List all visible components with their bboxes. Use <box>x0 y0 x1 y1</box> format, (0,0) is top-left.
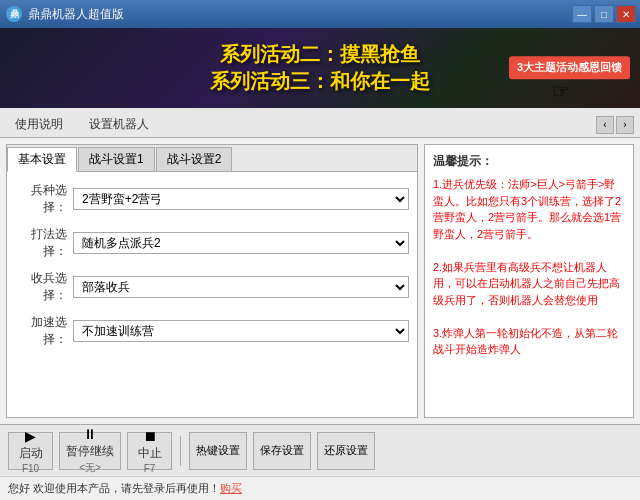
select-speed[interactable]: 不加速训练营 <box>73 320 409 342</box>
banner: 系列活动二：摸黑抢鱼 系列活动三：和你在一起 3大主题活动感恩回馈 ☞ <box>0 28 640 108</box>
select-collect[interactable]: 部落收兵 <box>73 276 409 298</box>
title-bar: 鼎 鼎鼎机器人超值版 — □ ✕ <box>0 0 640 28</box>
top-tabs-bar: 使用说明 设置机器人 ‹ › <box>0 108 640 138</box>
form-row-speed: 加速选择： 不加速训练营 <box>15 314 409 348</box>
subtab-battle2[interactable]: 战斗设置2 <box>156 147 233 171</box>
save-button[interactable]: 保存设置 <box>253 432 311 470</box>
close-button[interactable]: ✕ <box>616 5 636 23</box>
stop-button[interactable]: ⏹ 中止 F7 <box>127 432 172 470</box>
subtab-basic[interactable]: 基本设置 <box>7 147 77 172</box>
content-area: 基本设置 战斗设置1 战斗设置2 兵种选择： 2营野蛮+2营弓 打法选择： <box>0 138 640 424</box>
buy-link[interactable]: 购买 <box>220 481 242 496</box>
subtab-battle1[interactable]: 战斗设置1 <box>78 147 155 171</box>
tab-usage[interactable]: 使用说明 <box>6 112 72 137</box>
toolbar-separator <box>180 436 181 466</box>
maximize-button[interactable]: □ <box>594 5 614 23</box>
bottom-toolbar: ▶ 启动 F10 ⏸ 暂停继续 <无> ⏹ 中止 F7 热键设置 保存设置 还原… <box>0 424 640 476</box>
nav-left-button[interactable]: ‹ <box>596 116 614 134</box>
status-text: 您好 欢迎使用本产品，请先登录后再使用！ <box>8 481 220 496</box>
start-button[interactable]: ▶ 启动 F10 <box>8 432 53 470</box>
play-icon: ▶ <box>25 428 36 444</box>
stop-icon: ⏹ <box>143 428 157 444</box>
form-row-troops: 兵种选择： 2营野蛮+2营弓 <box>15 182 409 216</box>
nav-right-button[interactable]: › <box>616 116 634 134</box>
title-bar-left: 鼎 鼎鼎机器人超值版 <box>6 6 124 23</box>
hint-title: 温馨提示： <box>433 153 625 170</box>
title-controls: — □ ✕ <box>572 5 636 23</box>
cursor-icon: ☞ <box>552 79 570 103</box>
left-panel: 基本设置 战斗设置1 战斗设置2 兵种选择： 2营野蛮+2营弓 打法选择： <box>6 144 418 418</box>
form-row-tactic: 打法选择： 随机多点派兵2 <box>15 226 409 260</box>
status-bar: 您好 欢迎使用本产品，请先登录后再使用！ 购买 <box>0 476 640 500</box>
banner-line2: 系列活动三：和你在一起 <box>210 68 430 95</box>
right-panel: 温馨提示： 1.进兵优先级：法师>巨人>弓箭手>野蛮人。比如您只有3个训练营，选… <box>424 144 634 418</box>
banner-line1: 系列活动二：摸黑抢鱼 <box>220 41 420 68</box>
tab-settings[interactable]: 设置机器人 <box>80 112 158 137</box>
label-collect: 收兵选择： <box>15 270 67 304</box>
form-row-collect: 收兵选择： 部落收兵 <box>15 270 409 304</box>
window-frame: 鼎 鼎鼎机器人超值版 — □ ✕ 系列活动二：摸黑抢鱼 系列活动三：和你在一起 … <box>0 0 640 500</box>
hint-content: 1.进兵优先级：法师>巨人>弓箭手>野蛮人。比如您只有3个训练营，选择了2营野蛮… <box>433 176 625 358</box>
label-tactic: 打法选择： <box>15 226 67 260</box>
select-tactic[interactable]: 随机多点派兵2 <box>73 232 409 254</box>
window-body: 使用说明 设置机器人 ‹ › 基本设置 战斗设置1 战斗设置2 兵种选 <box>0 108 640 500</box>
form-area: 兵种选择： 2营野蛮+2营弓 打法选择： 随机多点派兵2 收兵选择： <box>7 172 417 358</box>
sub-tabs: 基本设置 战斗设置1 战斗设置2 <box>7 145 417 172</box>
minimize-button[interactable]: — <box>572 5 592 23</box>
pause-icon: ⏸ <box>83 426 97 442</box>
label-speed: 加速选择： <box>15 314 67 348</box>
title-text: 鼎鼎机器人超值版 <box>28 6 124 23</box>
select-troops[interactable]: 2营野蛮+2营弓 <box>73 188 409 210</box>
nav-arrows: ‹ › <box>596 116 634 134</box>
pause-button[interactable]: ⏸ 暂停继续 <无> <box>59 432 121 470</box>
hotkey-button[interactable]: 热键设置 <box>189 432 247 470</box>
label-troops: 兵种选择： <box>15 182 67 216</box>
app-icon: 鼎 <box>6 6 22 22</box>
restore-button[interactable]: 还原设置 <box>317 432 375 470</box>
banner-badge[interactable]: 3大主题活动感恩回馈 <box>509 56 630 79</box>
